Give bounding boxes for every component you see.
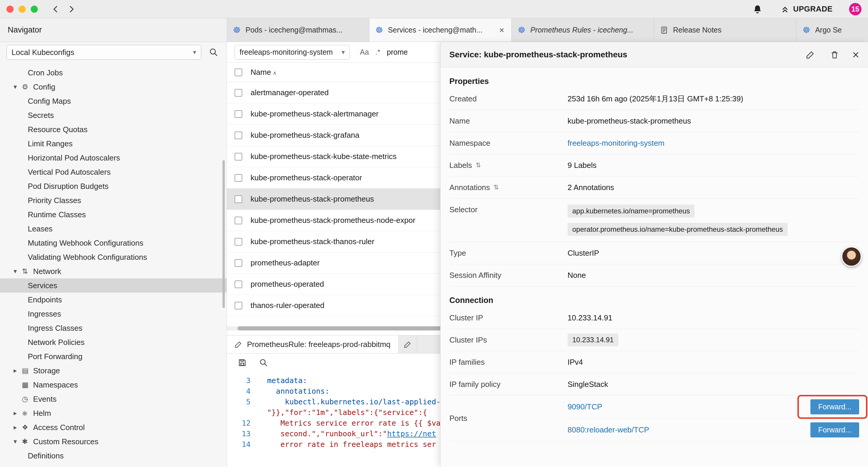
sidebar-item-definitions[interactable]: Definitions	[0, 449, 226, 463]
code-token	[267, 440, 280, 449]
upgrade-button[interactable]: UPGRADE	[780, 4, 833, 13]
sidebar-item-config-maps[interactable]: Config Maps	[0, 94, 226, 108]
sidebar-item-validating-webhook-configurations[interactable]: Validating Webhook Configurations	[0, 250, 226, 264]
sidebar-search-icon[interactable]	[207, 46, 220, 59]
chevron-down-icon[interactable]: ▾	[13, 267, 22, 275]
sidebar-item-endpoints[interactable]: Endpoints	[0, 293, 226, 307]
sidebar-item-pod-disruption-budgets[interactable]: Pod Disruption Budgets	[0, 179, 226, 193]
sidebar-item-limit-ranges[interactable]: Limit Ranges	[0, 137, 226, 151]
value-link[interactable]: freeleaps-monitoring-system	[567, 139, 664, 147]
match-case-toggle[interactable]: Aa	[360, 48, 369, 56]
delete-trash-icon[interactable]	[828, 48, 841, 61]
dock-tab-prometheusrule[interactable]: PrometheusRule: freeleaps-prod-rabbitmq	[227, 335, 399, 353]
close-panel-icon[interactable]: ×	[852, 49, 859, 61]
row-checkbox[interactable]	[235, 259, 242, 267]
value-text: kube-prometheus-stack-prometheus	[567, 116, 691, 125]
tab-pods-icecheng-mathmas[interactable]: ☸Pods - icecheng@mathmas...	[227, 18, 369, 42]
kubeconfig-selector[interactable]: Local Kubeconfigs ▾	[6, 45, 201, 60]
sidebar-item-network-policies[interactable]: Network Policies	[0, 335, 226, 349]
select-all-checkbox[interactable]	[235, 68, 242, 76]
sidebar-item-resource-quotas[interactable]: Resource Quotas	[0, 122, 226, 137]
row-checkbox[interactable]	[235, 174, 242, 182]
sidebar-item-network[interactable]: ▾⇅Network	[0, 264, 226, 279]
forward-button[interactable]	[66, 4, 76, 14]
sidebar-item-vertical-pod-autoscalers[interactable]: Vertical Pod Autoscalers	[0, 165, 226, 179]
sidebar-item-label: Helm	[33, 409, 51, 418]
namespaces-icon: ▦	[22, 381, 33, 389]
editor-search-icon[interactable]	[257, 356, 270, 369]
save-icon[interactable]	[236, 356, 249, 369]
name-column-header[interactable]: Name∧	[251, 68, 277, 77]
row-checkbox[interactable]	[235, 217, 242, 224]
row-checkbox[interactable]	[235, 281, 242, 288]
chevron-down-icon[interactable]: ▾	[13, 83, 22, 91]
chevron-right-icon[interactable]: ▸	[13, 367, 22, 375]
forward-button[interactable]: Forward...	[810, 399, 859, 414]
tab-argo-se[interactable]: ☸Argo Se	[797, 18, 868, 42]
sidebar-item-events[interactable]: ◷Events	[0, 392, 226, 406]
sidebar-scrollbar[interactable]	[222, 160, 225, 308]
sidebar-item-ingress-classes[interactable]: Ingress Classes	[0, 321, 226, 335]
detail-value: IPv4	[567, 358, 859, 367]
detail-label: Cluster IPs	[450, 335, 567, 345]
sidebar-item-port-forwarding[interactable]: Port Forwarding	[0, 349, 226, 363]
row-checkbox[interactable]	[235, 110, 242, 118]
detail-label-text: Cluster IP	[450, 313, 483, 322]
dock-tab-next[interactable]	[399, 335, 417, 353]
close-window-button[interactable]	[6, 6, 13, 13]
sidebar-item-helm[interactable]: ▸⎈Helm	[0, 406, 226, 420]
forward-button[interactable]: Forward...	[810, 422, 859, 437]
events-icon: ◷	[22, 395, 33, 403]
sidebar-item-secrets[interactable]: Secrets	[0, 108, 226, 122]
port-link[interactable]: 8080:reloader-web/TCP	[567, 425, 649, 435]
document-icon	[660, 26, 668, 34]
back-button[interactable]	[51, 4, 61, 14]
sidebar-item-access-control[interactable]: ▸❖Access Control	[0, 420, 226, 435]
sidebar-item-runtime-classes[interactable]: Runtime Classes	[0, 207, 226, 222]
line-number: 12	[227, 418, 256, 429]
close-tab-icon[interactable]: ×	[498, 25, 505, 35]
row-checkbox[interactable]	[235, 89, 242, 97]
port-link[interactable]: 9090/TCP	[567, 402, 602, 411]
row-checkbox[interactable]	[235, 153, 242, 160]
sidebar-item-horizontal-pod-autoscalers[interactable]: Horizontal Pod Autoscalers	[0, 151, 226, 165]
search-input[interactable]: prome	[387, 48, 408, 56]
sidebar-item-namespaces[interactable]: ▦Namespaces	[0, 378, 226, 392]
row-checkbox[interactable]	[235, 302, 242, 310]
detail-label-text: IP family policy	[450, 380, 500, 389]
sidebar-item-cron-jobs[interactable]: Cron Jobs	[0, 66, 226, 80]
sidebar-item-priority-classes[interactable]: Priority Classes	[0, 193, 226, 207]
sort-toggle-icon[interactable]: ⇅	[476, 162, 481, 169]
row-checkbox[interactable]	[235, 195, 242, 203]
tab-services-icecheng-math[interactable]: ☸Services - icecheng@math...×	[369, 18, 512, 42]
notifications-bell-icon[interactable]	[751, 3, 764, 16]
tab-prometheus-rules-icecheng[interactable]: ☸Prometheus Rules - icecheng...	[512, 18, 654, 42]
regex-toggle[interactable]: .*	[375, 48, 380, 56]
detail-label-text: Ports	[450, 414, 467, 423]
chevron-down-icon[interactable]: ▾	[13, 438, 22, 445]
sidebar-item-ingresses[interactable]: Ingresses	[0, 307, 226, 321]
zoom-window-button[interactable]	[31, 6, 38, 13]
row-checkbox[interactable]	[235, 132, 242, 139]
sidebar-item-mutating-webhook-configurations[interactable]: Mutating Webhook Configurations	[0, 236, 226, 250]
detail-row-namespace: Namespacefreeleaps-monitoring-system	[450, 132, 859, 154]
sidebar-item-leases[interactable]: Leases	[0, 222, 226, 236]
chevron-right-icon[interactable]: ▸	[13, 409, 22, 417]
sidebar-item-config[interactable]: ▾⚙Config	[0, 80, 226, 94]
sidebar-item-services[interactable]: Services	[0, 279, 226, 293]
detail-row-ports: Ports9090/TCPForward...8080:reloader-web…	[450, 396, 859, 441]
minimize-window-button[interactable]	[19, 6, 26, 13]
chevron-right-icon[interactable]: ▸	[13, 424, 22, 431]
namespace-selector[interactable]: freeleaps-monitoring-system ▾	[235, 45, 350, 60]
code-text: Metrics service error rate is {{ $va	[256, 418, 440, 429]
edit-icon[interactable]	[804, 48, 817, 61]
detail-value: ClusterIP	[567, 249, 859, 258]
sidebar-item-custom-resources[interactable]: ▾✱Custom Resources	[0, 435, 226, 449]
notification-count-badge[interactable]: 15	[849, 3, 862, 16]
sidebar-item-storage[interactable]: ▸▤Storage	[0, 363, 226, 378]
details-body: PropertiesCreated253d 16h 6m ago (2025年1…	[440, 67, 868, 467]
sort-toggle-icon[interactable]: ⇅	[493, 183, 499, 191]
tab-release-notes[interactable]: Release Notes	[654, 18, 797, 42]
row-checkbox[interactable]	[235, 238, 242, 245]
avatar[interactable]	[841, 246, 862, 267]
